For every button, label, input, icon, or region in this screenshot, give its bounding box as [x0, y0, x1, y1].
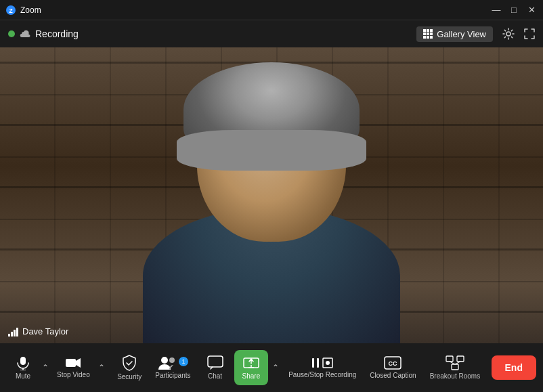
fullscreen-icon[interactable]: [524, 28, 535, 39]
gallery-grid-icon: [423, 29, 433, 39]
chat-bubble-icon: [207, 355, 223, 370]
zoom-logo-icon: Z: [5, 5, 16, 16]
signal-strength-icon: [8, 327, 18, 336]
security-shield-icon: [122, 355, 137, 371]
breakout-rooms-button[interactable]: Breakout Rooms: [425, 351, 485, 384]
recording-label: Recording: [35, 28, 79, 39]
stop-video-button[interactable]: Stop Video: [51, 353, 95, 383]
svg-rect-20: [446, 356, 453, 362]
toolbar-right-group: End: [492, 355, 536, 380]
cloud-icon: [19, 29, 31, 39]
svg-text:CC: CC: [389, 360, 397, 367]
share-label: Share: [242, 372, 261, 380]
chat-button[interactable]: Chat: [199, 351, 232, 384]
gallery-view-button[interactable]: Gallery View: [416, 26, 493, 42]
share-chevron[interactable]: ⌃: [271, 360, 280, 375]
breakout-rooms-label: Breakout Rooms: [430, 372, 480, 380]
microphone-icon: [16, 355, 30, 370]
window-title: Zoom: [20, 5, 41, 15]
participants-people-icon: [158, 356, 177, 370]
mute-button[interactable]: Mute: [7, 351, 39, 384]
participants-icon-area: 1: [158, 356, 188, 370]
svg-rect-22: [452, 364, 458, 370]
mute-label: Mute: [16, 372, 30, 380]
record-dot-icon: [8, 30, 15, 37]
closed-caption-button[interactable]: CC Closed Caption: [364, 352, 421, 383]
gallery-view-label: Gallery View: [437, 29, 486, 39]
participants-count-badge: 1: [179, 357, 188, 366]
participant-name-label: Dave Taylor: [8, 326, 68, 336]
person-head: [197, 72, 346, 242]
pause-icon: [311, 357, 320, 369]
chat-label: Chat: [208, 372, 222, 380]
closed-caption-icon: CC: [384, 356, 401, 370]
svg-rect-15: [317, 358, 319, 368]
participant-video: [102, 59, 441, 343]
close-button[interactable]: ✕: [525, 5, 538, 15]
end-button[interactable]: End: [492, 355, 536, 380]
maximize-button[interactable]: □: [508, 5, 520, 15]
window-controls: — □ ✕: [490, 5, 538, 15]
svg-rect-10: [208, 356, 223, 367]
svg-rect-21: [457, 356, 464, 362]
share-screen-icon: [243, 355, 259, 370]
title-bar: Z Zoom — □ ✕: [0, 0, 543, 20]
video-camera-icon: [65, 357, 81, 369]
video-area: Dave Taylor: [0, 47, 543, 343]
top-toolbar-right: Gallery View: [416, 26, 535, 42]
video-chevron[interactable]: ⌃: [97, 360, 106, 375]
svg-text:Z: Z: [9, 7, 13, 14]
svg-point-2: [506, 32, 511, 36]
toolbar-left-group: Mute ⌃ Stop Video ⌃: [7, 351, 106, 384]
closed-caption-label: Closed Caption: [370, 372, 416, 379]
participants-row: 1: [158, 356, 188, 370]
svg-point-8: [161, 357, 168, 364]
participants-label: Participants: [155, 372, 190, 379]
breakout-rooms-icon: [446, 355, 464, 370]
share-button[interactable]: Share: [234, 350, 269, 385]
bottom-toolbar: Mute ⌃ Stop Video ⌃ Security: [0, 343, 543, 392]
security-button[interactable]: Security: [112, 351, 147, 385]
title-bar-left: Z Zoom: [5, 5, 41, 16]
svg-rect-14: [312, 358, 314, 368]
top-toolbar: Recording Gallery View: [0, 20, 543, 47]
recording-area: Recording: [8, 28, 79, 39]
person-hair: [183, 62, 360, 157]
svg-rect-6: [66, 359, 76, 367]
svg-point-17: [326, 361, 330, 365]
settings-icon[interactable]: [502, 28, 515, 40]
pause-stop-label: Pause/Stop Recording: [288, 371, 356, 378]
svg-point-9: [169, 357, 175, 363]
pause-stop-recording-button[interactable]: Pause/Stop Recording: [283, 353, 362, 383]
participants-button[interactable]: 1 Participants: [150, 352, 196, 383]
svg-rect-3: [20, 357, 26, 365]
mute-chevron[interactable]: ⌃: [41, 360, 50, 375]
record-stop-icon: [322, 357, 333, 368]
minimize-button[interactable]: —: [490, 5, 502, 15]
security-label: Security: [117, 373, 142, 380]
toolbar-center-group: Security 1 Participants: [112, 350, 485, 385]
participant-name: Dave Taylor: [22, 326, 68, 336]
svg-marker-7: [76, 358, 81, 368]
stop-video-label: Stop Video: [57, 371, 90, 378]
end-label: End: [505, 362, 523, 373]
